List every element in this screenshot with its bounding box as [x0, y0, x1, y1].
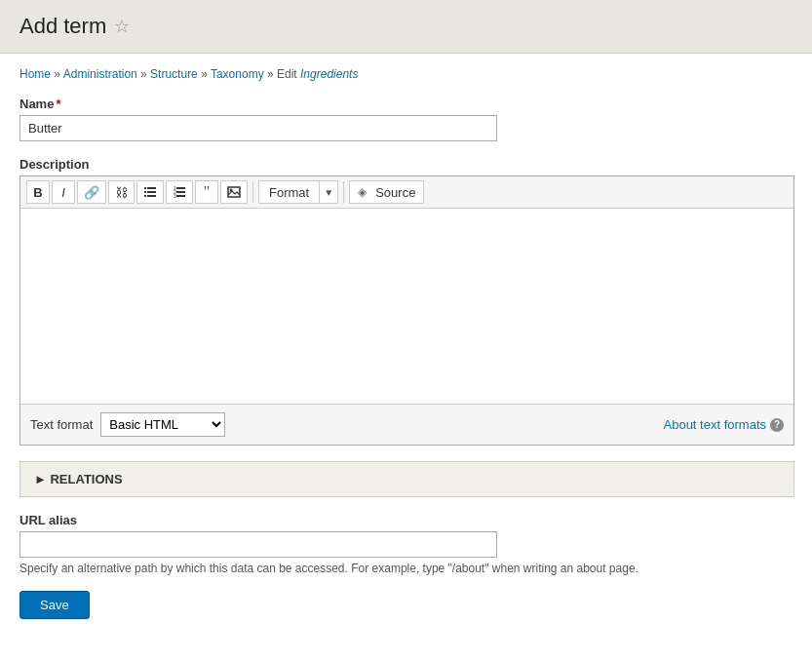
breadcrumb-home[interactable]: Home	[19, 67, 51, 81]
source-label: Source	[375, 185, 415, 200]
description-label: Description	[19, 157, 793, 172]
ul-icon	[143, 185, 157, 199]
url-alias-section: URL alias Specify an alternative path by…	[19, 513, 793, 575]
breadcrumb-structure[interactable]: Structure	[150, 67, 198, 81]
image-icon	[227, 185, 241, 199]
relations-section: ► RELATIONS	[19, 461, 794, 497]
svg-rect-1	[147, 191, 156, 193]
svg-text:3: 3	[174, 193, 176, 199]
text-format-label: Text format	[30, 417, 93, 432]
format-dropdown[interactable]: Format ▼	[258, 180, 338, 204]
breadcrumb-administration[interactable]: Administration	[63, 67, 137, 81]
toolbar-separator	[252, 181, 253, 203]
required-indicator: *	[56, 97, 60, 111]
description-field-container: Description B I 🔗 ⛓	[19, 157, 793, 446]
editor-area[interactable]	[20, 209, 793, 404]
page-header: Add term ☆	[0, 0, 812, 54]
svg-rect-2	[147, 195, 156, 197]
breadcrumb-edit-target[interactable]: Ingredients	[300, 67, 358, 81]
editor-toolbar: B I 🔗 ⛓	[20, 176, 793, 209]
svg-rect-5	[144, 195, 146, 197]
url-alias-label: URL alias	[19, 513, 793, 527]
svg-rect-8	[176, 195, 185, 197]
svg-text:◈: ◈	[358, 185, 367, 199]
text-format-select[interactable]: Basic HTML Full HTML Plain text Restrict…	[100, 412, 225, 437]
star-icon[interactable]: ☆	[114, 16, 130, 37]
name-field-container: Name*	[19, 97, 793, 141]
name-input[interactable]	[19, 115, 497, 141]
svg-rect-3	[144, 187, 146, 189]
editor-footer: Text format Basic HTML Full HTML Plain t…	[20, 404, 793, 445]
format-label: Format	[258, 180, 319, 204]
text-format-row: Text format Basic HTML Full HTML Plain t…	[30, 412, 225, 437]
about-text-formats-label: About text formats	[664, 417, 767, 432]
bold-button[interactable]: B	[26, 180, 50, 204]
help-icon: ?	[770, 418, 784, 432]
save-button[interactable]: Save	[19, 591, 90, 619]
ol-icon: 1 2 3	[173, 185, 186, 199]
breadcrumb: Home » Administration » Structure » Taxo…	[19, 67, 793, 81]
source-icon: ◈	[358, 185, 371, 199]
url-alias-help: Specify an alternative path by which thi…	[19, 562, 793, 575]
svg-rect-7	[176, 191, 185, 193]
svg-rect-6	[176, 187, 185, 189]
editor-wrapper: B I 🔗 ⛓	[19, 175, 794, 446]
image-button[interactable]	[220, 180, 248, 204]
about-text-formats-link[interactable]: About text formats ?	[664, 417, 785, 432]
page-content: Home » Administration » Structure » Taxo…	[0, 54, 812, 633]
source-button[interactable]: ◈ Source	[349, 180, 424, 204]
relations-header[interactable]: ► RELATIONS	[20, 462, 793, 496]
svg-rect-0	[147, 187, 156, 189]
breadcrumb-taxonomy[interactable]: Taxonomy	[211, 67, 264, 81]
svg-rect-12	[228, 187, 240, 197]
ordered-list-button[interactable]: 1 2 3	[166, 180, 193, 204]
name-label: Name*	[19, 97, 793, 111]
title-text: Add term	[19, 14, 106, 39]
unlink-button[interactable]: ⛓	[108, 180, 135, 204]
page-title: Add term ☆	[19, 14, 793, 39]
toolbar-separator-2	[343, 181, 344, 203]
breadcrumb-edit-label: Edit	[277, 67, 297, 81]
italic-button[interactable]: I	[52, 180, 75, 204]
blockquote-button[interactable]: "	[195, 180, 218, 204]
unordered-list-button[interactable]	[136, 180, 164, 204]
url-alias-input[interactable]	[19, 531, 497, 558]
link-button[interactable]: 🔗	[77, 180, 106, 204]
format-arrow[interactable]: ▼	[319, 180, 338, 204]
svg-rect-4	[144, 191, 146, 193]
